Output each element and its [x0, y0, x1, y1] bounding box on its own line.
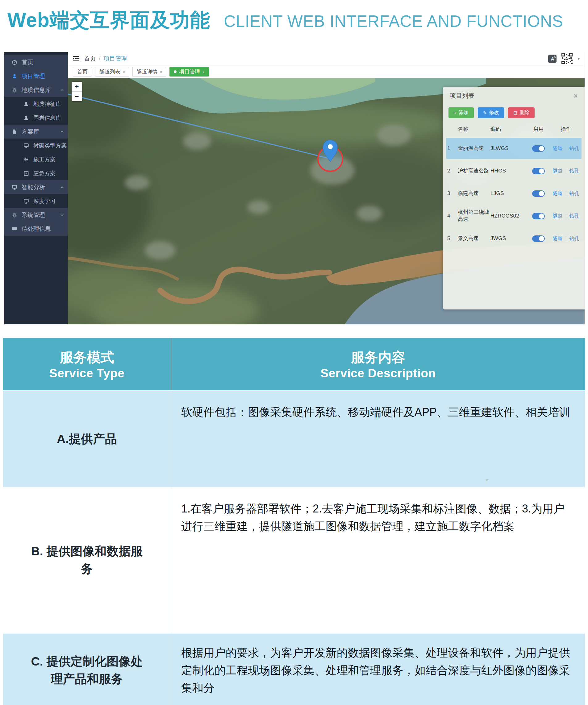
enable-toggle[interactable]: [532, 145, 545, 152]
edit-button[interactable]: ✎修改: [478, 107, 504, 118]
service-type-label: C. 提供定制化图像处理产品和服务: [29, 653, 146, 688]
header-service-desc-zh: 服务内容: [351, 348, 405, 366]
project-name: 景文高速: [458, 235, 491, 242]
language-icon[interactable]: A文: [548, 55, 556, 63]
tunnel-link[interactable]: 隧道: [552, 145, 562, 152]
service-table: 服务模式 Service Type 服务内容 Service Descripti…: [3, 338, 585, 705]
borehole-link[interactable]: 钻孔: [570, 235, 579, 242]
service-description: 根据用户的要求，为客户开发新的数据图像采集、处理设备和软件，为用户提供定制化的工…: [171, 634, 585, 705]
sidebar-item-deep-learning[interactable]: 深度学习: [4, 194, 68, 208]
pencil-icon: ✎: [483, 110, 487, 116]
tunnel-link[interactable]: 隧道: [552, 168, 562, 174]
tab-home[interactable]: 首页: [73, 67, 92, 77]
sidebar-item-construction-plan[interactable]: 施工方案: [4, 152, 68, 166]
map-zoom-control: + −: [72, 82, 82, 101]
tunnel-link[interactable]: 隧道: [552, 213, 562, 219]
borehole-link[interactable]: 钻孔: [570, 168, 579, 174]
user-menu-caret-icon[interactable]: ▾: [578, 56, 580, 61]
close-icon[interactable]: x: [202, 69, 205, 74]
enable-toggle[interactable]: [532, 213, 545, 219]
sidebar-item-label: 智能分析: [21, 183, 45, 191]
project-list-panel: 项目列表 × +添加 ✎修改 ⊟删除 名称 编码 启用 操作: [443, 87, 585, 310]
sidebar-item-label: 地质信息库: [21, 86, 51, 94]
sidebar-item-geology-library[interactable]: 地质信息库: [4, 83, 68, 97]
satellite-map[interactable]: + − 项目列表 × +添加 ✎修改 ⊟删除 名称: [68, 78, 585, 324]
enable-toggle[interactable]: [532, 235, 545, 242]
tab-label: 首页: [77, 68, 88, 75]
page-title: Web端交互界面及功能: [7, 7, 210, 34]
user-icon: [12, 74, 17, 79]
table-row[interactable]: 4 杭州第二绕城高速 HZRCGS02 隧道|钻孔: [446, 205, 582, 227]
tunnel-link[interactable]: 隧道: [552, 190, 562, 197]
borehole-link[interactable]: 钻孔: [570, 190, 579, 197]
menu-fold-icon[interactable]: [73, 56, 80, 61]
project-name: 临建高速: [458, 190, 491, 197]
column-name: 名称: [458, 126, 491, 133]
close-icon[interactable]: x: [160, 69, 162, 74]
sidebar-item-label: 地质特征库: [33, 100, 61, 108]
sidebar-item-label: 方案库: [21, 128, 39, 136]
action-separator: |: [565, 236, 567, 241]
breadcrumb-home[interactable]: 首页: [84, 55, 96, 63]
action-separator: |: [565, 213, 567, 219]
tab-tunnel-detail[interactable]: 隧道详情x: [132, 67, 167, 77]
service-row-c: C. 提供定制化图像处理产品和服务 根据用户的要求，为客户开发新的数据图像采集、…: [3, 633, 585, 705]
sidebar-item-system-management[interactable]: 系统管理: [4, 208, 68, 222]
message-icon: [12, 226, 17, 232]
project-name: 杭州第二绕城高速: [458, 209, 491, 223]
project-name: 沪杭高速公路: [458, 168, 491, 175]
project-table-header: 名称 编码 启用 操作: [446, 123, 582, 136]
qr-code-avatar[interactable]: [561, 52, 573, 65]
borehole-link[interactable]: 钻孔: [570, 213, 579, 219]
table-row[interactable]: 5 景文高速 JWGS 隧道|钻孔: [446, 228, 582, 249]
chevron-up-icon: [60, 185, 64, 189]
tab-strip: 首页 隧道列表x 隧道详情x 项目管理x: [68, 65, 585, 78]
enable-toggle[interactable]: [532, 168, 545, 174]
sidebar-item-home[interactable]: 首页: [4, 55, 68, 69]
table-row[interactable]: 1 金丽温高速 JLWGS 隧道|钻孔: [446, 138, 582, 159]
service-row-a: A.提供产品 软硬件包括：图像采集硬件系统、移动端硬件及APP、三维重建软件、相…: [3, 390, 585, 487]
sidebar-item-project-management[interactable]: 项目管理: [4, 69, 68, 83]
sidebar-item-rock-info[interactable]: 围岩信息库: [4, 111, 68, 125]
sidebar-item-emergency-plan[interactable]: 应急方案: [4, 166, 68, 180]
delete-button[interactable]: ⊟删除: [508, 107, 535, 118]
app-main: 首页 / 项目管理 A文: [68, 52, 585, 324]
borehole-link[interactable]: 钻孔: [570, 145, 579, 152]
sidebar-item-label: 施工方案: [33, 156, 55, 163]
row-index: 5: [447, 235, 458, 242]
tunnel-link[interactable]: 隧道: [552, 235, 562, 242]
sidebar-item-pending-info[interactable]: 待处理信息: [4, 222, 68, 236]
tab-label: 项目管理: [179, 68, 200, 75]
project-name: 金丽温高速: [458, 145, 491, 152]
table-row[interactable]: 2 沪杭高速公路 HHGS 隧道|钻孔: [446, 160, 582, 181]
sidebar-item-intelligent-analysis[interactable]: 智能分析: [4, 180, 68, 194]
tab-tunnel-list[interactable]: 隧道列表x: [95, 67, 129, 77]
service-description: 1.在客户服务器部署软件；2.去客户施工现场采集和标注图像、数据；3.为用户进行…: [171, 488, 585, 633]
language-icon-sub: 文: [553, 55, 556, 58]
enable-toggle[interactable]: [532, 190, 545, 197]
service-type-label: B. 提供图像和数据服务: [29, 543, 146, 577]
project-code: HHGS: [491, 168, 525, 174]
zoom-out-button[interactable]: −: [72, 91, 82, 101]
page-subtitle: CLIENT WEB INTERFACE AND FUNCTIONS: [224, 12, 563, 31]
close-icon[interactable]: ×: [574, 92, 578, 100]
gear-icon: [12, 212, 17, 218]
service-row-b: B. 提供图像和数据服务 1.在客户服务器部署软件；2.去客户施工现场采集和标注…: [3, 487, 585, 633]
edit-icon: [24, 171, 29, 176]
header-service-desc-en: Service Description: [320, 367, 436, 380]
sidebar-item-label: 衬砌类型方案: [33, 142, 67, 149]
sidebar-item-label: 应急方案: [33, 170, 55, 177]
table-row[interactable]: 3 临建高速 LJGS 隧道|钻孔: [446, 183, 582, 204]
sidebar-item-plan-library[interactable]: 方案库: [4, 125, 68, 139]
zoom-in-button[interactable]: +: [72, 82, 82, 91]
add-button[interactable]: +添加: [449, 107, 474, 118]
sidebar-item-label: 首页: [21, 58, 33, 66]
close-icon[interactable]: x: [123, 69, 125, 74]
sidebar-item-lining-type-plan[interactable]: 衬砌类型方案: [4, 139, 68, 152]
monitor-icon: [12, 185, 17, 190]
chevron-up-icon: [60, 130, 64, 134]
tab-project-management[interactable]: 项目管理x: [170, 67, 209, 77]
panel-title: 项目列表: [450, 92, 474, 100]
sidebar-item-geology-features[interactable]: 地质特征库: [4, 97, 68, 111]
tab-label: 隧道详情: [137, 68, 158, 75]
